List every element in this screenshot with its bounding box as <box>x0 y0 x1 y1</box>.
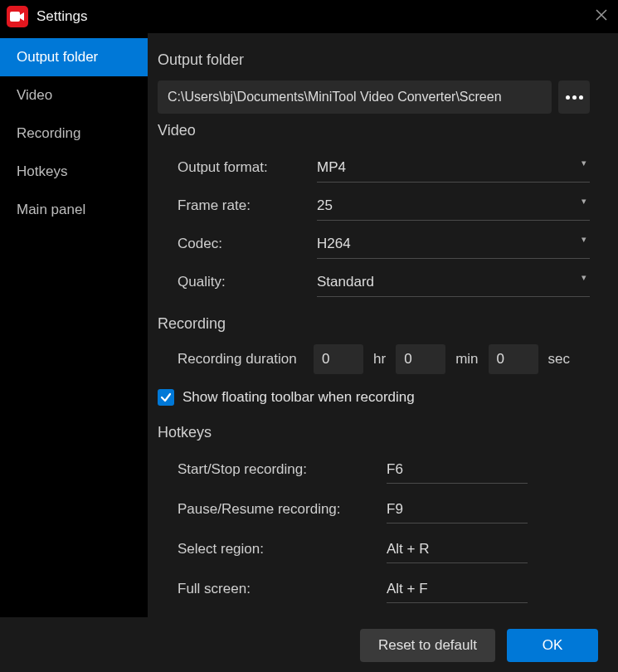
chevron-down-icon: ▾ <box>582 234 586 245</box>
select-value: MP4 <box>317 159 346 176</box>
hotkey-pause-resume-input[interactable]: F9 <box>387 495 528 523</box>
sidebar-item-recording[interactable]: Recording <box>0 114 148 153</box>
sidebar-item-label: Video <box>17 87 52 104</box>
hotkey-value: Alt + R <box>387 541 430 558</box>
show-toolbar-label: Show floating toolbar when recording <box>182 389 415 406</box>
button-label: OK <box>543 637 563 654</box>
hotkey-full-screen-label: Full screen: <box>178 581 387 597</box>
hotkey-full-screen-input[interactable]: Alt + F <box>387 575 528 603</box>
sidebar-item-label: Main panel <box>17 202 85 218</box>
frame-rate-select[interactable]: 25▾ <box>317 191 590 221</box>
hotkey-start-stop-label: Start/Stop recording: <box>178 461 387 478</box>
sidebar-item-label: Recording <box>17 125 81 142</box>
hotkey-value: F6 <box>387 461 403 478</box>
duration-hr-input[interactable] <box>314 344 363 374</box>
chevron-down-icon: ▾ <box>582 158 586 168</box>
section-title-recording: Recording <box>158 315 590 333</box>
ok-button[interactable]: OK <box>507 629 598 662</box>
section-title-output-folder: Output folder <box>158 51 590 69</box>
output-path-input[interactable]: C:\Users\bj\Documents\MiniTool Video Con… <box>158 80 552 114</box>
close-button[interactable] <box>590 3 613 27</box>
ellipsis-icon <box>566 95 583 100</box>
select-value: 25 <box>317 197 333 214</box>
sidebar-item-video[interactable]: Video <box>0 76 148 114</box>
output-path-value: C:\Users\bj\Documents\MiniTool Video Con… <box>168 90 502 105</box>
svg-rect-0 <box>10 12 20 22</box>
settings-window: Settings Output folder Video Recording H… <box>0 0 618 672</box>
sidebar-item-label: Output folder <box>17 49 98 66</box>
body: Output folder Video Recording Hotkeys Ma… <box>0 33 618 617</box>
footer: Reset to default OK <box>0 617 618 672</box>
codec-select[interactable]: H264▾ <box>317 229 590 259</box>
button-label: Reset to default <box>378 637 477 654</box>
sidebar-item-output-folder[interactable]: Output folder <box>0 38 148 76</box>
window-title: Settings <box>36 8 87 25</box>
duration-sec-input[interactable] <box>489 344 538 374</box>
scroll-area[interactable]: Output folder C:\Users\bj\Documents\Mini… <box>158 45 598 614</box>
hotkey-select-region-input[interactable]: Alt + R <box>387 535 528 563</box>
sec-unit: sec <box>548 351 570 368</box>
frame-rate-label: Frame rate: <box>178 197 317 214</box>
hotkey-start-stop-input[interactable]: F6 <box>387 455 528 484</box>
output-format-select[interactable]: MP4▾ <box>317 153 590 183</box>
sidebar-item-main-panel[interactable]: Main panel <box>0 191 148 229</box>
min-unit: min <box>455 351 478 368</box>
quality-label: Quality: <box>178 274 317 290</box>
sidebar-item-hotkeys[interactable]: Hotkeys <box>0 153 148 191</box>
show-toolbar-checkbox[interactable] <box>158 389 174 406</box>
select-value: Standard <box>317 274 374 290</box>
section-title-video: Video <box>158 122 590 139</box>
content: Output folder C:\Users\bj\Documents\Mini… <box>148 33 618 617</box>
chevron-down-icon: ▾ <box>582 272 586 283</box>
select-value: H264 <box>317 236 351 252</box>
quality-select[interactable]: Standard▾ <box>317 267 590 297</box>
hotkey-value: F9 <box>387 501 403 518</box>
hotkey-pause-resume-label: Pause/Resume recording: <box>178 501 387 518</box>
recording-duration-label: Recording duration <box>178 351 304 368</box>
titlebar: Settings <box>0 0 618 33</box>
duration-min-input[interactable] <box>396 344 445 374</box>
sidebar: Output folder Video Recording Hotkeys Ma… <box>0 33 148 617</box>
browse-button[interactable] <box>558 80 590 114</box>
app-icon <box>7 6 28 27</box>
chevron-down-icon: ▾ <box>582 196 586 207</box>
reset-to-default-button[interactable]: Reset to default <box>360 629 495 662</box>
hotkey-select-region-label: Select region: <box>178 541 387 558</box>
hr-unit: hr <box>373 351 386 368</box>
output-format-label: Output format: <box>178 159 317 176</box>
sidebar-item-label: Hotkeys <box>17 163 67 180</box>
section-title-hotkeys: Hotkeys <box>158 424 590 441</box>
hotkey-value: Alt + F <box>387 581 428 597</box>
codec-label: Codec: <box>178 236 317 252</box>
